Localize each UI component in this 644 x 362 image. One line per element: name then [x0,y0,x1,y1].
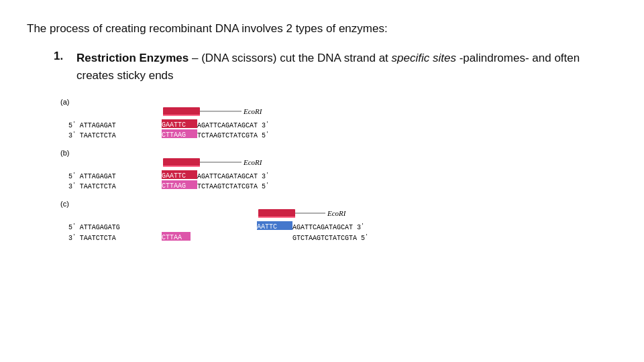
c-label: (c) [60,200,69,208]
a-3prime-start: 3′ TAATCTCTA [68,130,116,140]
b-3prime-rest: TCTAAGTCTATCGTA 5′ [197,181,269,191]
b-red-bar [163,158,200,166]
dna-diagrams: .mono { font-family: 'Courier New', mono… [60,94,570,248]
intro-text: The process of creating recombinant DNA … [27,20,617,38]
list-number: 1. [54,50,70,85]
c-aattc: AATTC [257,223,277,231]
a-label: (a) [60,98,69,106]
c-cttaa: CTTAA [162,234,182,241]
b-5prime-rest: AGATTCAGATAGCAT 3′ [197,171,269,181]
a-gaattc-top: GAATTC [162,121,186,129]
c-5prime-left: 5′ ATTAGAGATG [68,222,120,232]
list-content: Restriction Enzymes – (DNA scissors) cut… [76,50,617,85]
page-container: The process of creating recombinant DNA … [27,20,617,248]
enzyme-name: Restriction Enzymes [76,52,189,64]
b-5prime: 5′ ATTAGAGAT [68,171,116,181]
b-ecori-label: EcoRI [243,158,263,166]
c-3prime-left: 3′ TAATCTCTA [68,233,116,243]
c-red-bar [258,209,295,217]
b-3prime-start: 3′ TAATCTCTA [68,181,116,191]
b-label: (b) [60,149,69,157]
b-cttaag: CTTAAG [162,182,186,190]
c-ecori-label: EcoRI [327,209,347,217]
b-gaattc-top: GAATTC [162,172,186,180]
a-red-bar [163,107,200,115]
a-5prime: 5′ ATTAGAGAT [68,120,116,130]
c-3prime-right: GTCTAAGTCTATCGTA 5′ [292,233,368,243]
a-3prime-rest: TCTAAGTCTATCGTA 5′ [197,130,269,140]
a-5prime-rest: AGATTCAGATAGCAT 3′ [197,120,269,130]
italic-text: specific sites [392,52,456,64]
dash: – [189,52,201,64]
list-item-1: 1. Restriction Enzymes – (DNA scissors) … [54,50,617,85]
c-5prime-right: AGATTCAGATAGCAT 3′ [292,222,364,232]
description1: (DNA scissors) cut the DNA strand at [201,52,391,64]
a-ecori-label: EcoRI [243,107,263,115]
a-cttaag: CTTAAG [162,131,186,139]
